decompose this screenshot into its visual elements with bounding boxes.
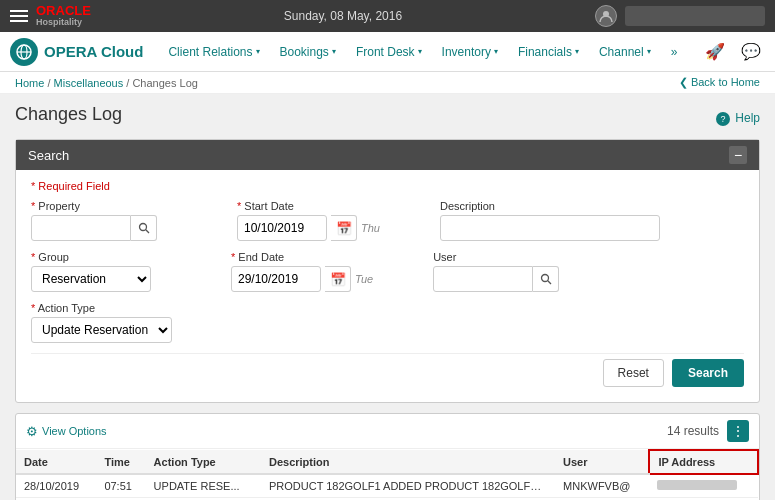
page-title: Changes Log xyxy=(15,104,122,125)
group-label: Group xyxy=(31,251,151,263)
search-button[interactable]: Search xyxy=(672,359,744,387)
description-input[interactable] xyxy=(440,215,660,241)
table-container: Date Time Action Type Description User I… xyxy=(16,449,759,500)
end-date-input-group: 29/10/2019 📅 Tue xyxy=(231,266,373,292)
nav-right: 🚀 💬 xyxy=(701,38,765,66)
action-type-group: Action Type Update Reservation Create Re… xyxy=(31,302,172,343)
breadcrumb-current: Changes Log xyxy=(132,77,197,89)
property-input[interactable] xyxy=(31,215,131,241)
hospitality-text: Hospitality xyxy=(36,18,91,28)
user-avatar[interactable] xyxy=(595,5,617,27)
nav-front-desk[interactable]: Front Desk ▾ xyxy=(346,32,432,72)
view-options-button[interactable]: ⚙ View Options xyxy=(26,424,107,439)
nav-channel[interactable]: Channel ▾ xyxy=(589,32,661,72)
chevron-down-icon: ▾ xyxy=(332,47,336,56)
user-search-button[interactable] xyxy=(533,266,559,292)
chevron-down-icon: ▾ xyxy=(575,47,579,56)
start-date-calendar-button[interactable]: 📅 xyxy=(331,215,357,241)
search-panel-title: Search xyxy=(28,148,69,163)
user-input-group xyxy=(433,266,559,292)
user-input[interactable] xyxy=(433,266,533,292)
table-row[interactable]: 28/10/2019 07:51 UPDATE RESE... PRODUCT … xyxy=(16,474,758,498)
action-type-select[interactable]: Update Reservation Create Reservation De… xyxy=(31,317,172,343)
col-action-type: Action Type xyxy=(146,450,261,474)
property-group: Property xyxy=(31,200,157,241)
cell-time: 07:51 xyxy=(96,474,145,498)
end-day-label: Tue xyxy=(355,273,373,285)
nav-logo[interactable]: OPERA Cloud xyxy=(10,38,143,66)
col-time: Time xyxy=(96,450,145,474)
search-panel-header: Search − xyxy=(16,140,759,170)
top-bar-right xyxy=(595,5,765,27)
svg-line-7 xyxy=(547,281,550,284)
rocket-icon[interactable]: 🚀 xyxy=(701,38,729,66)
col-date: Date xyxy=(16,450,96,474)
end-date-group: End Date 29/10/2019 📅 Tue xyxy=(231,251,373,292)
start-date-label: Start Date xyxy=(237,200,380,212)
oracle-text: ORACLE xyxy=(36,4,91,18)
search-panel: Search − Required Field Property xyxy=(15,139,760,403)
end-date-input[interactable]: 29/10/2019 xyxy=(231,266,321,292)
collapse-button[interactable]: − xyxy=(729,146,747,164)
nav-more[interactable]: » xyxy=(661,32,688,72)
top-bar: ORACLE Hospitality Sunday, 08 May, 2016 xyxy=(0,0,775,32)
opera-cloud-icon xyxy=(10,38,38,66)
back-to-home-link[interactable]: Back to Home xyxy=(679,76,760,89)
col-description: Description xyxy=(261,450,555,474)
user-label: User xyxy=(433,251,559,263)
results-panel: ⚙ View Options 14 results ⋮ Date Time Ac… xyxy=(15,413,760,500)
columns-button[interactable]: ⋮ xyxy=(727,420,749,442)
breadcrumb-home[interactable]: Home xyxy=(15,77,44,89)
description-group: Description xyxy=(440,200,660,241)
results-table: Date Time Action Type Description User I… xyxy=(16,449,759,500)
breadcrumb-miscellaneous[interactable]: Miscellaneous xyxy=(54,77,124,89)
start-date-group: Start Date 10/10/2019 📅 Thu xyxy=(237,200,380,241)
breadcrumb-text: Home / Miscellaneous / Changes Log xyxy=(15,77,198,89)
hamburger-menu[interactable] xyxy=(10,10,28,22)
nav-bookings[interactable]: Bookings ▾ xyxy=(270,32,346,72)
form-row-2: Group Reservation Block Profile Rate End… xyxy=(31,251,744,292)
svg-point-4 xyxy=(139,224,146,231)
chevron-down-icon: ▾ xyxy=(418,47,422,56)
start-date-input[interactable]: 10/10/2019 xyxy=(237,215,327,241)
svg-point-6 xyxy=(541,275,548,282)
breadcrumb: Home / Miscellaneous / Changes Log Back … xyxy=(0,72,775,94)
cell-description: PRODUCT 182GOLF1 ADDED PRODUCT 182GOLF1 … xyxy=(261,474,555,498)
results-header: ⚙ View Options 14 results ⋮ xyxy=(16,414,759,449)
help-icon: ? xyxy=(716,112,730,126)
col-user: User xyxy=(555,450,649,474)
group-group: Group Reservation Block Profile Rate xyxy=(31,251,151,292)
svg-line-5 xyxy=(145,230,148,233)
nav-logo-text: OPERA Cloud xyxy=(44,43,143,60)
property-label: Property xyxy=(31,200,157,212)
start-day-label: Thu xyxy=(361,222,380,234)
group-select[interactable]: Reservation Block Profile Rate xyxy=(31,266,151,292)
user-group: User xyxy=(433,251,559,292)
top-bar-left: ORACLE Hospitality xyxy=(10,4,91,28)
nav-bar: OPERA Cloud Client Relations ▾ Bookings … xyxy=(0,32,775,72)
required-field-label: Required Field xyxy=(31,180,744,192)
nav-inventory[interactable]: Inventory ▾ xyxy=(432,32,508,72)
col-ip-address: IP Address xyxy=(649,450,758,474)
action-type-label: Action Type xyxy=(31,302,172,314)
end-date-label: End Date xyxy=(231,251,373,263)
table-header-row: Date Time Action Type Description User I… xyxy=(16,450,758,474)
chevron-down-icon: ▾ xyxy=(256,47,260,56)
nav-client-relations[interactable]: Client Relations ▾ xyxy=(158,32,269,72)
form-row-3: Action Type Update Reservation Create Re… xyxy=(31,302,744,343)
help-link[interactable]: ? Help xyxy=(716,111,760,126)
action-row: Reset Search xyxy=(31,353,744,392)
form-row-1: Property Start Date 10/10/2019 📅 Thu xyxy=(31,200,744,241)
global-search-input[interactable] xyxy=(625,6,765,26)
property-search-button[interactable] xyxy=(131,215,157,241)
nav-financials[interactable]: Financials ▾ xyxy=(508,32,589,72)
cell-user: MNKWFVB@ xyxy=(555,474,649,498)
end-date-calendar-button[interactable]: 📅 xyxy=(325,266,351,292)
chat-icon[interactable]: 💬 xyxy=(737,38,765,66)
reset-button[interactable]: Reset xyxy=(603,359,664,387)
gear-icon: ⚙ xyxy=(26,424,38,439)
cell-action-type: UPDATE RESE... xyxy=(146,474,261,498)
chevron-down-icon: ▾ xyxy=(494,47,498,56)
oracle-logo: ORACLE Hospitality xyxy=(36,4,91,28)
start-date-input-group: 10/10/2019 📅 Thu xyxy=(237,215,380,241)
